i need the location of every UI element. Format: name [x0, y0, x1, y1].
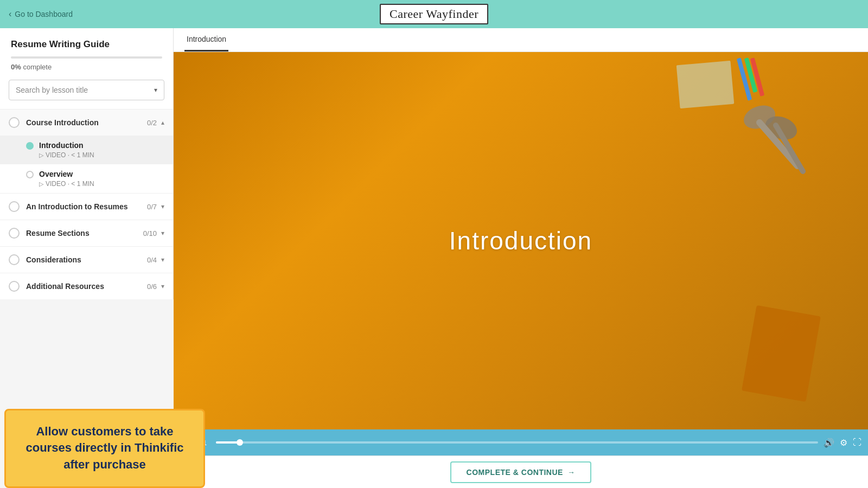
section-resume-sections[interactable]: Resume Sections 0/10 ▾	[0, 220, 173, 246]
section-additional-resources[interactable]: Additional Resources 0/6 ▾	[0, 273, 173, 299]
section-considerations[interactable]: Considerations 0/4 ▾	[0, 246, 173, 273]
lesson-info-introduction: Introduction ▷ VIDEO · < 1 MIN	[39, 141, 164, 159]
promo-box: Allow customers to take courses directly…	[4, 409, 205, 488]
complete-continue-button[interactable]: COMPLETE & CONTINUE →	[450, 461, 592, 483]
content-area: Introduction Introduction	[174, 28, 868, 488]
section-left-resume-sections: Resume Sections	[9, 228, 90, 239]
back-arrow-icon: ‹	[9, 9, 11, 19]
section-left-considerations: Considerations	[9, 254, 81, 265]
complete-bar: COMPLETE & CONTINUE →	[174, 455, 868, 488]
content-tab-bar: Introduction	[174, 28, 868, 52]
lessons-course-intro: Introduction ▷ VIDEO · < 1 MIN Overview …	[0, 136, 173, 193]
section-left: Course Introduction	[9, 117, 99, 128]
lesson-title-overview: Overview	[39, 170, 164, 178]
complete-btn-arrow: →	[567, 468, 576, 477]
section-right-intro-resumes: 0/7 ▾	[147, 203, 164, 211]
video-icon-introduction: ▷	[39, 152, 43, 159]
lesson-duration-introduction: VIDEO · < 1 MIN	[46, 151, 94, 159]
section-count-additional-resources: 0/6	[147, 282, 157, 291]
course-title: Resume Writing Guide	[11, 39, 162, 50]
search-placeholder-text: Search by lesson title	[16, 86, 88, 94]
course-header: Resume Writing Guide 0% complete	[0, 28, 173, 80]
lesson-title-introduction: Introduction	[39, 141, 164, 150]
lesson-item-overview[interactable]: Overview ▷ VIDEO · < 1 MIN	[0, 164, 173, 193]
section-name-course-intro: Course Introduction	[26, 118, 99, 127]
main-layout: Resume Writing Guide 0% complete Search …	[0, 28, 868, 488]
lesson-duration-overview: VIDEO · < 1 MIN	[46, 180, 94, 188]
search-chevron-down-icon: ▾	[154, 86, 157, 94]
section-left-intro-resumes: An Introduction to Resumes	[9, 201, 127, 212]
sidebar: Resume Writing Guide 0% complete Search …	[0, 28, 174, 299]
search-container: Search by lesson title ▾	[0, 80, 173, 109]
section-name-resume-sections: Resume Sections	[26, 229, 90, 237]
section-chevron-down-icon-additional-resources: ▾	[161, 282, 164, 290]
section-name-intro-resumes: An Introduction to Resumes	[26, 202, 127, 211]
progress-percent: 0%	[11, 63, 21, 71]
section-chevron-down-icon-intro-resumes: ▾	[161, 203, 164, 210]
sidebar-wrapper: Resume Writing Guide 0% complete Search …	[0, 28, 174, 488]
section-name-considerations: Considerations	[26, 255, 81, 264]
top-navigation: ‹ Go to Dashboard Career Wayfinder	[0, 0, 868, 28]
video-wrapper: Introduction	[174, 52, 868, 429]
video-progress-knob[interactable]	[237, 439, 243, 446]
lesson-dot-overview	[26, 171, 34, 178]
logo-container: Career Wayfinder	[380, 4, 488, 24]
section-circle-considerations	[9, 254, 20, 265]
lesson-item-introduction[interactable]: Introduction ▷ VIDEO · < 1 MIN	[0, 136, 173, 164]
section-chevron-up-icon: ▴	[161, 119, 164, 126]
lesson-info-overview: Overview ▷ VIDEO · < 1 MIN	[39, 170, 164, 188]
video-controls: ▶ 0:01 🔊 ⚙ ⛶	[174, 429, 868, 455]
section-circle-additional-resources	[9, 281, 20, 292]
section-count-intro-resumes: 0/7	[147, 203, 157, 211]
complete-btn-label: COMPLETE & CONTINUE	[467, 468, 563, 477]
section-count-considerations: 0/4	[147, 256, 157, 264]
section-right-considerations: 0/4 ▾	[147, 256, 164, 264]
logo-text: Career Wayfinder	[390, 7, 478, 21]
search-dropdown[interactable]: Search by lesson title ▾	[9, 80, 164, 100]
section-left-additional-resources: Additional Resources	[9, 281, 104, 292]
back-to-dashboard-link[interactable]: ‹ Go to Dashboard	[9, 9, 73, 19]
section-course-introduction[interactable]: Course Introduction 0/2 ▴	[0, 109, 173, 136]
settings-button[interactable]: ⚙	[840, 438, 847, 448]
back-link-label: Go to Dashboard	[15, 10, 73, 18]
tab-introduction[interactable]: Introduction	[184, 28, 228, 52]
section-right-course-intro: 0/2 ▴	[147, 119, 164, 127]
progress-bar-container	[11, 56, 162, 59]
fullscreen-button[interactable]: ⛶	[853, 438, 861, 447]
section-chevron-down-icon-considerations: ▾	[161, 256, 164, 264]
section-right-resume-sections: 0/10 ▾	[143, 229, 164, 237]
video-title-overlay: Introduction	[449, 226, 592, 255]
section-intro-resumes[interactable]: An Introduction to Resumes 0/7 ▾	[0, 193, 173, 220]
section-circle-course-intro	[9, 117, 20, 128]
progress-label: complete	[23, 63, 52, 71]
section-name-additional-resources: Additional Resources	[26, 282, 104, 291]
section-circle-resume-sections	[9, 228, 20, 239]
video-icon-overview: ▷	[39, 181, 43, 188]
volume-button[interactable]: 🔊	[824, 438, 834, 448]
section-count-resume-sections: 0/10	[143, 229, 157, 237]
section-count-course-intro: 0/2	[147, 119, 157, 127]
lesson-meta-overview: ▷ VIDEO · < 1 MIN	[39, 180, 164, 188]
lesson-meta-introduction: ▷ VIDEO · < 1 MIN	[39, 151, 164, 159]
section-circle-intro-resumes	[9, 201, 20, 212]
section-chevron-down-icon-resume-sections: ▾	[161, 229, 164, 237]
deco-scissors-svg	[716, 95, 825, 177]
progress-text: 0% complete	[11, 63, 162, 71]
deco-pencils	[742, 57, 760, 101]
lesson-dot-introduction	[26, 142, 34, 150]
section-right-additional-resources: 0/6 ▾	[147, 282, 164, 291]
video-progress-track[interactable]	[216, 441, 818, 444]
promo-text: Allow customers to take courses directly…	[19, 423, 190, 473]
